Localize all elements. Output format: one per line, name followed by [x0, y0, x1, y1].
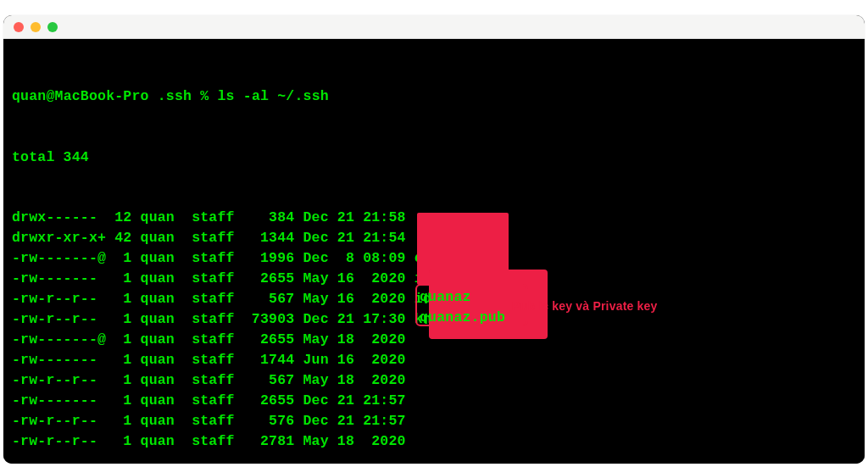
prompt-user: quan: [12, 88, 46, 104]
terminal-window: quan@MacBook-Pro .ssh % ls -al ~/.ssh to…: [3, 15, 865, 464]
list-item: -rw------- 1 quan staff 1744 Jun 16 2020: [12, 350, 856, 370]
prompt-host: MacBook-Pro: [55, 88, 149, 104]
prompt-cwd: .ssh: [158, 88, 192, 104]
window-titlebar: [3, 15, 865, 39]
minimize-icon[interactable]: [31, 22, 41, 32]
command-text: ls -al ~/.ssh: [218, 88, 329, 104]
highlight-name-2: quanaz.pub: [420, 309, 505, 325]
total-line: total 344: [12, 147, 856, 168]
terminal-content[interactable]: quan@MacBook-Pro .ssh % ls -al ~/.ssh to…: [3, 39, 865, 464]
annotation-label: Public key và Private key: [512, 297, 658, 314]
list-item: -rw-r--r-- 1 quan staff 576 Dec 21 21:57: [12, 411, 856, 431]
close-icon[interactable]: [14, 22, 24, 32]
prompt-symbol: %: [200, 88, 209, 104]
highlight-text: quanaz quanaz.pub: [420, 287, 525, 325]
highlight-name-1: quanaz: [420, 289, 471, 305]
list-item: -rw-r--r-- 1 quan staff 2781 May 18 2020: [12, 431, 856, 452]
prompt-line: quan@MacBook-Pro .ssh % ls -al ~/.ssh: [12, 86, 856, 107]
list-item: -rw-r--r-- 1 quan staff 567 May 18 2020: [12, 370, 856, 391]
maximize-icon[interactable]: [47, 22, 58, 32]
list-item: -rw------- 1 quan staff 2655 Dec 21 21:5…: [12, 391, 856, 411]
